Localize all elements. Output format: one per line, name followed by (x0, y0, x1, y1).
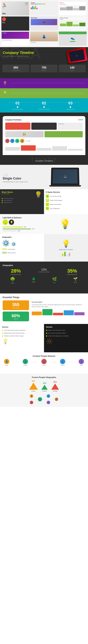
mockup-people-row: 👤 👤 👤 👤 +8 more (5, 139, 83, 143)
infographic-top-row: 28% Lorem ipsum dolor 13% Sit amet conse… (3, 268, 85, 275)
mini-bar-4 (69, 253, 70, 256)
tree-icon-4: 🌱 (73, 277, 78, 281)
mockup-bars-row (5, 144, 83, 151)
single-color-subtitle: Including Bright & Dark Single Color (3, 181, 43, 183)
essential-card-1: 355 Lorem Ipsum (3, 300, 29, 310)
ts-label-1: Lorem Ipsum Dolor (4, 109, 31, 110)
mockup-cell-2 (31, 123, 56, 130)
node-label-4: Strategy (61, 365, 65, 366)
sright-bullet-1 (46, 330, 47, 331)
bottom-info-title: Fusion People Infographic (3, 376, 85, 378)
ts-num-3: 03 (57, 101, 84, 106)
gear-label-2: Dolor sit amet (8, 252, 15, 254)
brain-item-2: Amet consectetur (2, 200, 42, 201)
essential-num-1: 355 (4, 302, 27, 307)
stat-label-1: Lorem Ipsum (4, 70, 27, 71)
bar-3 (37, 148, 51, 151)
triangle-lbl-3: Strategy (51, 390, 59, 392)
service-text-4: Tool Configuration (50, 208, 60, 209)
mockup-inner: Creative Portfolio Content here 🖼️ 👤 👤 � (3, 116, 85, 155)
service-two-col: Service Lorem ipsum dolor sit amet conse… (0, 324, 88, 352)
band-green: 💡 (0, 88, 88, 98)
slide6-title: Jonathan: This Year (60, 17, 86, 18)
node-5: 👤 Vision (79, 359, 84, 366)
bottom-info-section: Fusion People Infographic 28% Design 15%… (0, 374, 88, 407)
node-label-2: Creative (23, 365, 27, 366)
service-left-icon: 💡 (2, 338, 42, 344)
bulb-bar-group: 50% 70% 35% (3, 226, 43, 232)
node-label-5: Vision (80, 365, 83, 366)
essential-right: Key Information Lorem ipsum dolor sit am… (31, 300, 85, 321)
service-left-item-1: Lorem ipsum dolor sit amet consectetur (2, 330, 42, 331)
sleft-text-2: Adipiscing elit sed do eiusmod tempor (4, 332, 25, 334)
brain-text-1: Lorem ipsum dolor sit (3, 198, 14, 199)
slides-grid-section: 🦌 🦈 Creative LIDER 90% Summer (0, 0, 88, 47)
gear-stat-1: 28% Lorem ipsum (2, 248, 42, 250)
bulb-bar-label-2: 70% (32, 228, 34, 230)
triangle-lbl-2: Creative (41, 390, 48, 392)
ebar-5 (74, 312, 85, 316)
stats-row: 850 Lorem Ipsum 750 Dolor Sit 140 Amet (3, 65, 85, 72)
ts-num-2: 02 (31, 101, 57, 106)
band-purple-icon: 💡 (3, 81, 7, 86)
section-title-area: TIVITY Creative Timeline (0, 155, 88, 165)
slide-thumb-8: 👗 Trend Product (30, 32, 58, 46)
network-section: Creative People Network 👤 Design 👤 Creat… (0, 352, 88, 374)
slide8-photo: 👗 (30, 32, 58, 41)
big-bulb-icon: 💡 (45, 219, 85, 229)
service-item-3: 💡 Bright Idea Generate (46, 203, 86, 206)
triangle-lbl-1: Design (29, 390, 38, 392)
tree-icon-2: 🌲 (32, 277, 36, 281)
mockup-dots (79, 119, 83, 120)
bp-hline-2 (43, 399, 46, 400)
tree-item-4: 🌱 Grow (65, 277, 85, 284)
timeline-section: CREA Company Timeline Colored Timeline o… (0, 47, 88, 78)
shark-emoji: 🦈 (24, 2, 28, 6)
slide3-sub: Skill & Featured (60, 4, 86, 5)
essential-card-2: 60% Dolor Sit (3, 312, 29, 321)
bp-person-2: 👤 (38, 397, 42, 402)
bulb-panel-text: Bright idea & Creative (59, 249, 73, 250)
tree-label-3: Eco (53, 282, 55, 283)
bp-avatar-3: 👤 (38, 397, 42, 402)
dot-red (79, 119, 80, 120)
band-green-icon: 💡 (3, 91, 7, 96)
laptop-wrapper: 💻 (45, 168, 85, 186)
ts-dot-2 (43, 106, 45, 108)
service-left-list: Lorem ipsum dolor sit amet consectetur A… (2, 330, 42, 337)
infographic-title: Infographic (3, 264, 85, 266)
stat-num-2: 750 (33, 66, 55, 69)
bp-hline-3 (51, 399, 54, 400)
mockup-title: Creative Portfolio (5, 119, 21, 121)
service-item-1: ⚙️ Fact Services Create (46, 194, 86, 198)
ts-item-2: 02 Sit Amet Consectetur (31, 101, 57, 110)
infographic-lbl-3: Adipiscing elit sed (59, 274, 85, 275)
node-4: 👤 Strategy (60, 359, 65, 366)
single-color-right: 💻 (45, 168, 85, 186)
single-color-section: # Single Color Including Bright & Dark S… (0, 165, 88, 189)
infographic-lbl-1: Lorem ipsum dolor (3, 274, 29, 275)
node-label-3: Content (42, 365, 46, 366)
slide-thumb-5: Work Style 💼 (30, 16, 58, 31)
service-right-panel: Service Aliqua ut enim ad minim veniam Q… (44, 324, 88, 352)
service-text-1: Fact Services Create (50, 196, 61, 197)
essential-cards: 355 Lorem Ipsum 60% Dolor Sit (3, 300, 29, 321)
mockup-section: Creative Portfolio Content here 🖼️ 👤 👤 � (0, 112, 88, 165)
sright-text-1: Aliqua ut enim ad minim veniam (48, 330, 65, 331)
infographic-lbl-2: Sit amet consectetur (31, 271, 57, 272)
service-icon-2: 📊 (46, 199, 49, 202)
essential-right-title: Key Information (32, 301, 85, 303)
slide9-icon: 👟 (59, 34, 87, 40)
bp-avatar-2: 👤 (30, 401, 33, 404)
gears-layout: ⚙️ ⚙️ (2, 240, 42, 247)
bulb-right-visual: 💡 (45, 219, 85, 229)
mini-bar-2 (64, 252, 66, 256)
bottom-people-row: 👤 👤 👤 👤 👤 👤 (3, 394, 85, 404)
section-subtitle: Creative Timeline (3, 158, 85, 162)
mini-bar-1 (62, 254, 63, 256)
service-icon-4: 🔧 (46, 207, 49, 210)
gear-icon-2: ⚙️ (11, 242, 16, 246)
slide8-text: Trend Product (30, 41, 58, 44)
ts-item-1: 01 Lorem Ipsum Dolor (4, 101, 31, 110)
service-right-item-1: Aliqua ut enim ad minim veniam (46, 330, 86, 331)
